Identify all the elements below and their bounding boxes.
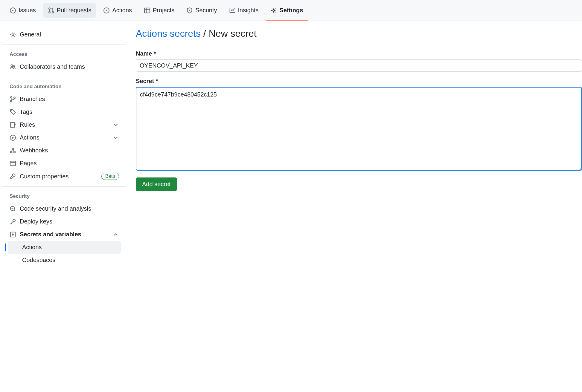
sidebar-item-general[interactable]: General bbox=[5, 28, 124, 41]
add-secret-button[interactable]: Add secret bbox=[136, 177, 177, 191]
breadcrumb-link[interactable]: Actions secrets bbox=[136, 28, 201, 39]
table-icon bbox=[144, 7, 150, 14]
key-icon bbox=[10, 218, 16, 225]
play-circle-icon bbox=[103, 7, 110, 14]
svg-rect-16 bbox=[10, 122, 15, 127]
sidebar-item-label: Actions bbox=[20, 134, 39, 141]
sidebar-item-label: Secrets and variables bbox=[20, 231, 81, 238]
graph-icon bbox=[229, 7, 236, 14]
tab-projects[interactable]: Projects bbox=[139, 3, 179, 18]
tab-pull-requests[interactable]: Pull requests bbox=[43, 3, 96, 18]
svg-rect-21 bbox=[10, 161, 16, 166]
svg-point-13 bbox=[10, 100, 12, 102]
git-branch-icon bbox=[10, 96, 16, 102]
tab-label: Pull requests bbox=[57, 7, 92, 14]
tab-label: Actions bbox=[112, 7, 132, 14]
tab-label: Security bbox=[195, 7, 217, 14]
name-label: Name * bbox=[136, 50, 582, 57]
git-pull-request-icon bbox=[48, 7, 54, 14]
svg-point-7 bbox=[190, 10, 190, 10]
play-circle-icon bbox=[10, 134, 16, 141]
sidebar-item-collaborators[interactable]: Collaborators and teams bbox=[5, 60, 124, 73]
field-secret: Secret * bbox=[136, 78, 582, 172]
sidebar-item-secrets-variables[interactable]: Secrets and variables bbox=[5, 228, 124, 241]
svg-point-12 bbox=[10, 97, 12, 98]
sidebar-heading-security: Security bbox=[5, 192, 124, 202]
sidebar-subitem-codespaces[interactable]: Codespaces bbox=[8, 254, 121, 267]
sidebar-item-branches[interactable]: Branches bbox=[5, 93, 124, 105]
sidebar-item-tags[interactable]: Tags bbox=[5, 105, 124, 118]
svg-point-2 bbox=[49, 8, 50, 9]
tab-label: Projects bbox=[153, 7, 174, 14]
svg-point-15 bbox=[11, 110, 12, 111]
tools-icon bbox=[10, 173, 16, 180]
codescan-icon bbox=[10, 206, 16, 212]
divider bbox=[2, 45, 126, 45]
gear-icon bbox=[270, 7, 277, 14]
tab-issues[interactable]: Issues bbox=[5, 3, 41, 18]
tab-label: Settings bbox=[279, 7, 303, 14]
breadcrumb-separator: / bbox=[203, 28, 206, 39]
chevron-down-icon bbox=[112, 122, 119, 128]
secret-name-input[interactable] bbox=[136, 59, 582, 72]
svg-point-23 bbox=[13, 219, 15, 221]
svg-point-9 bbox=[12, 33, 14, 35]
key-asterisk-icon bbox=[10, 231, 16, 238]
repo-top-nav: Issues Pull requests Actions Projects Se… bbox=[0, 0, 582, 21]
svg-point-8 bbox=[273, 9, 275, 11]
sidebar-item-label: Code security and analysis bbox=[20, 205, 91, 212]
sidebar-heading-access: Access bbox=[5, 50, 124, 60]
sidebar-item-code-security[interactable]: Code security and analysis bbox=[5, 202, 124, 215]
sidebar-heading-code-automation: Code and automation bbox=[5, 82, 124, 93]
tab-actions[interactable]: Actions bbox=[98, 3, 137, 18]
sidebar-item-rules[interactable]: Rules bbox=[5, 118, 124, 131]
webhook-icon bbox=[10, 147, 16, 154]
page-title: Actions secrets / New secret bbox=[136, 28, 582, 43]
sidebar-item-pages[interactable]: Pages bbox=[5, 157, 124, 170]
sidebar-item-label: Pages bbox=[20, 160, 37, 167]
svg-point-1 bbox=[12, 10, 13, 11]
chevron-up-icon bbox=[112, 231, 119, 238]
sidebar-item-label: Deploy keys bbox=[20, 218, 52, 225]
sidebar-item-label: Webhooks bbox=[20, 147, 48, 154]
tab-label: Issues bbox=[19, 7, 36, 14]
settings-sidebar: General Access Collaborators and teams C… bbox=[0, 21, 129, 274]
breadcrumb-current: New secret bbox=[209, 28, 257, 39]
divider bbox=[2, 186, 126, 187]
tab-security[interactable]: Security bbox=[182, 3, 222, 18]
sidebar-item-actions[interactable]: Actions bbox=[5, 131, 124, 144]
tag-icon bbox=[10, 109, 16, 115]
field-name: Name * bbox=[136, 50, 582, 72]
shield-icon bbox=[186, 7, 193, 14]
svg-point-18 bbox=[12, 148, 14, 150]
people-icon bbox=[10, 64, 16, 70]
gear-icon bbox=[10, 31, 16, 38]
secret-value-textarea[interactable] bbox=[136, 87, 582, 171]
sidebar-item-label: Actions bbox=[22, 244, 42, 251]
sidebar-item-deploy-keys[interactable]: Deploy keys bbox=[5, 215, 124, 228]
sidebar-item-label: Codespaces bbox=[22, 257, 55, 264]
sidebar-item-label: Collaborators and teams bbox=[20, 63, 85, 70]
chevron-down-icon bbox=[112, 134, 119, 141]
svg-point-4 bbox=[52, 11, 54, 13]
sidebar-item-label: General bbox=[20, 31, 41, 38]
divider bbox=[2, 77, 126, 77]
browser-icon bbox=[10, 160, 16, 167]
svg-point-11 bbox=[13, 65, 15, 67]
sidebar-item-label: Tags bbox=[20, 108, 32, 115]
svg-point-10 bbox=[11, 65, 13, 66]
tab-settings[interactable]: Settings bbox=[266, 3, 308, 18]
svg-point-3 bbox=[49, 11, 50, 13]
svg-rect-6 bbox=[144, 8, 150, 13]
sidebar-item-label: Custom properties bbox=[20, 173, 68, 180]
secret-label: Secret * bbox=[136, 78, 582, 85]
repo-push-icon bbox=[10, 122, 16, 128]
svg-point-14 bbox=[14, 97, 15, 98]
tab-insights[interactable]: Insights bbox=[224, 3, 263, 18]
issue-opened-icon bbox=[10, 7, 16, 14]
main-content: Actions secrets / New secret Name * Secr… bbox=[129, 21, 582, 274]
sidebar-item-custom-properties[interactable]: Custom properties Beta bbox=[5, 170, 124, 183]
sidebar-item-webhooks[interactable]: Webhooks bbox=[5, 144, 124, 157]
beta-badge: Beta bbox=[101, 173, 119, 180]
sidebar-subitem-actions[interactable]: Actions bbox=[8, 241, 121, 254]
